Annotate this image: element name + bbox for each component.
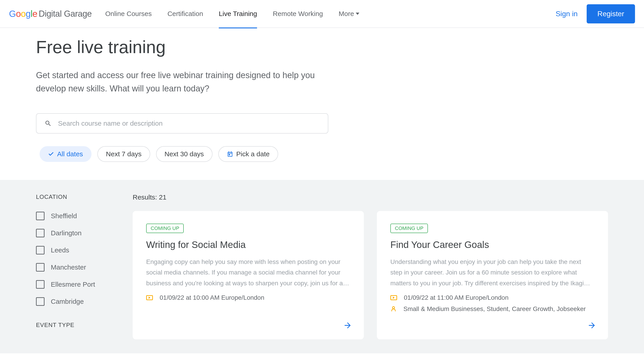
course-cards-grid: COMING UP Writing for Social Media Engag… xyxy=(133,211,608,339)
svg-point-0 xyxy=(392,306,394,308)
auth-area: Sign in Register xyxy=(556,4,635,24)
logo-google: Google xyxy=(9,9,37,19)
top-nav-bar: Google Digital Garage Online Courses Cer… xyxy=(0,0,644,28)
event-type-heading: EVENT TYPE xyxy=(36,321,110,328)
nav-more[interactable]: More xyxy=(339,0,359,28)
coming-up-badge: COMING UP xyxy=(146,224,184,233)
webinar-icon xyxy=(390,295,397,300)
results-count: Results: 21 xyxy=(133,194,608,201)
course-date-row: 01/09/22 at 11:00 AM Europe/London xyxy=(390,294,594,301)
nav-certification[interactable]: Certification xyxy=(168,0,203,28)
results-main: Results: 21 COMING UP Writing for Social… xyxy=(133,194,608,340)
main-nav: Online Courses Certification Live Traini… xyxy=(105,0,556,28)
location-darlington[interactable]: Darlington xyxy=(36,229,110,237)
nav-online-courses[interactable]: Online Courses xyxy=(105,0,152,28)
chip-pick-a-date[interactable]: Pick a date xyxy=(218,146,278,162)
location-heading: LOCATION xyxy=(36,194,110,201)
location-sheffield[interactable]: Sheffield xyxy=(36,212,110,220)
course-title: Writing for Social Media xyxy=(146,239,350,250)
results-section: LOCATION Sheffield Darlington Leeds Manc… xyxy=(0,180,644,353)
course-date: 01/09/22 at 10:00 AM Europe/London xyxy=(160,294,264,301)
checkbox-icon[interactable] xyxy=(36,263,44,272)
page-subtitle: Get started and access our free live web… xyxy=(36,69,324,95)
register-button[interactable]: Register xyxy=(587,4,635,24)
location-label: Leeds xyxy=(51,246,69,254)
checkbox-icon[interactable] xyxy=(36,246,44,254)
course-audience: Small & Medium Businesses, Student, Care… xyxy=(404,305,586,312)
course-date-row: 01/09/22 at 10:00 AM Europe/London xyxy=(146,294,350,301)
chip-all-dates[interactable]: All dates xyxy=(40,146,92,162)
calendar-icon xyxy=(227,151,233,157)
course-date: 01/09/22 at 11:00 AM Europe/London xyxy=(404,294,509,301)
arrow-right-icon xyxy=(343,321,352,330)
arrow-right-button[interactable] xyxy=(343,321,352,331)
person-icon xyxy=(390,306,397,312)
chip-pick-a-date-label: Pick a date xyxy=(236,150,270,158)
checkbox-icon[interactable] xyxy=(36,212,44,220)
coming-up-badge: COMING UP xyxy=(390,224,428,233)
location-filter-list: Sheffield Darlington Leeds Manchester El… xyxy=(36,212,110,306)
course-desc: Engaging copy can help you say more with… xyxy=(146,257,350,289)
location-leeds[interactable]: Leeds xyxy=(36,246,110,254)
filter-sidebar: LOCATION Sheffield Darlington Leeds Manc… xyxy=(36,194,110,340)
search-input[interactable] xyxy=(58,120,320,127)
nav-more-label: More xyxy=(339,10,354,18)
location-cambridge[interactable]: Cambridge xyxy=(36,297,110,306)
date-filter-row: All dates Next 7 days Next 30 days Pick … xyxy=(40,146,608,162)
location-manchester[interactable]: Manchester xyxy=(36,263,110,272)
nav-remote-working[interactable]: Remote Working xyxy=(273,0,323,28)
logo[interactable]: Google Digital Garage xyxy=(9,9,92,19)
search-box[interactable] xyxy=(36,113,328,133)
check-icon xyxy=(48,151,54,157)
location-label: Sheffield xyxy=(51,212,77,220)
location-label: Darlington xyxy=(51,229,82,237)
hero-section: Free live training Get started and acces… xyxy=(0,28,644,180)
checkbox-icon[interactable] xyxy=(36,229,44,237)
course-title: Find Your Career Goals xyxy=(390,239,594,250)
location-label: Cambridge xyxy=(51,298,84,305)
location-label: Ellesmere Port xyxy=(51,281,95,288)
chip-all-dates-label: All dates xyxy=(57,150,83,158)
signin-link[interactable]: Sign in xyxy=(556,10,578,18)
location-ellesmere-port[interactable]: Ellesmere Port xyxy=(36,280,110,289)
course-card[interactable]: COMING UP Find Your Career Goals Underst… xyxy=(377,211,608,339)
location-label: Manchester xyxy=(51,263,86,271)
course-audience-row: Small & Medium Businesses, Student, Care… xyxy=(390,305,594,312)
arrow-right-icon xyxy=(587,321,596,330)
arrow-right-button[interactable] xyxy=(587,321,596,331)
search-icon xyxy=(44,120,52,127)
checkbox-icon[interactable] xyxy=(36,280,44,289)
nav-live-training[interactable]: Live Training xyxy=(219,0,257,28)
chip-next-30-days[interactable]: Next 30 days xyxy=(156,146,212,162)
checkbox-icon[interactable] xyxy=(36,297,44,306)
course-card[interactable]: COMING UP Writing for Social Media Engag… xyxy=(133,211,364,339)
chevron-down-icon xyxy=(356,13,359,15)
webinar-icon xyxy=(146,295,153,300)
logo-suffix: Digital Garage xyxy=(39,9,92,19)
chip-next-7-days[interactable]: Next 7 days xyxy=(97,146,150,162)
page-title: Free live training xyxy=(36,37,608,57)
course-desc: Understanding what you enjoy in your job… xyxy=(390,257,594,289)
